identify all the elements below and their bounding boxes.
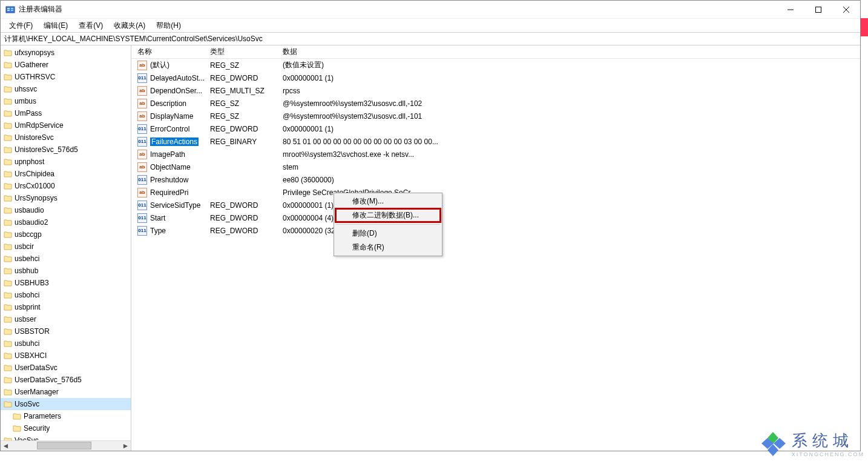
list-row[interactable]: 011DelayedAutoSt...REG_DWORD0x00000001 (… [131,71,860,84]
value-data: 80 51 01 00 00 00 00 00 00 00 00 00 03 0… [277,138,860,146]
folder-icon [4,146,12,153]
tree-item-parameters[interactable]: Parameters [1,410,131,422]
tree-item-usbcir[interactable]: usbcir [1,240,131,253]
value-string-icon: ab [137,61,147,70]
tree-item-usbxhci[interactable]: USBXHCI [1,350,131,362]
context-menu-item[interactable]: 修改二进制数据(B)... [335,208,441,222]
tree-item-usbstor[interactable]: USBSTOR [1,325,131,337]
tree-item-label: UserManager [15,388,59,396]
list-row[interactable]: 011FailureActionsREG_BINARY80 51 01 00 0… [131,135,860,148]
tree-item-userdatasvc_576d5[interactable]: UserDataSvc_576d5 [1,374,131,386]
tree-item-label: usbehci [15,254,39,263]
list-body[interactable]: ab(默认)REG_SZ(数值未设置)011DelayedAutoSt...RE… [131,59,860,451]
maximize-button[interactable] [804,1,832,19]
titlebar: 注册表编辑器 [1,1,860,19]
tree-item-vacsvc[interactable]: VacSvc [1,434,131,440]
list-row[interactable]: abImagePathmroot%\system32\svchost.exe -… [131,148,860,161]
list-row[interactable]: abRequiredPriPrivilege SeCreateGlobalPri… [131,186,860,199]
address-input[interactable] [1,33,860,45]
tree-item-security[interactable]: Security [1,422,131,434]
tree-item-usbuhci[interactable]: usbuhci [1,337,131,350]
col-header-name[interactable]: 名称 [131,47,204,57]
col-header-data[interactable]: 数据 [277,47,860,57]
tree-h-scrollbar[interactable]: ◄ ► [1,440,131,451]
tree-item-label: usbuhci [15,339,39,348]
folder-icon [4,134,12,141]
tree-item-unistoresvc_576d5[interactable]: UnistoreSvc_576d5 [1,144,131,156]
value-binary-icon: 011 [137,124,147,134]
close-button[interactable] [832,1,860,19]
tree-item-label: UGatherer [15,61,48,69]
folder-icon [4,303,12,311]
tree-item-usbhub[interactable]: usbhub [1,265,131,277]
list-row[interactable]: 011StartREG_DWORD0x00000004 (4) [131,211,860,224]
tree-item-usbhub3[interactable]: USBHUB3 [1,277,131,289]
list-row[interactable]: 011Preshutdowee80 (3600000) [131,173,860,186]
tree-item-usbaudio2[interactable]: usbaudio2 [1,216,131,228]
menu-edit[interactable]: 编辑(E) [39,19,73,32]
list-row[interactable]: abObjectNamestem [131,161,860,173]
list-row[interactable]: 011ErrorControlREG_DWORD0x00000001 (1) [131,122,860,135]
tree-item-upnphost[interactable]: upnphost [1,156,131,168]
scroll-left-icon[interactable]: ◄ [1,441,11,451]
value-type: REG_DWORD [204,214,277,222]
tree-item-label: UmRdpService [15,121,64,130]
tree-item-usbehci[interactable]: usbehci [1,253,131,265]
tree-item-usermanager[interactable]: UserManager [1,386,131,398]
scroll-right-icon[interactable]: ► [120,441,131,451]
value-name: Start [150,214,165,222]
list-row[interactable]: abDisplayNameREG_SZ@%systemroot%\system3… [131,110,860,122]
tree-item-ufxsynopsys[interactable]: ufxsynopsys [1,47,131,59]
folder-icon [4,364,12,371]
tree-item-label: UrsChipidea [15,170,54,178]
tree-item-uhssvc[interactable]: uhssvc [1,83,131,95]
svg-rect-2 [7,10,10,11]
tree-item-label: Parameters [24,412,61,420]
tree-item-usosvc[interactable]: UsoSvc [1,398,131,410]
list-row[interactable]: 011ServiceSidTypeREG_DWORD0x00000001 (1) [131,199,860,211]
folder-icon [4,400,12,408]
value-name: Description [150,99,186,108]
tree-item-label: USBHUB3 [15,279,49,287]
value-data: @%systemroot%\system32\usosvc.dll,-101 [277,112,860,121]
menu-favorites[interactable]: 收藏夹(A) [109,19,150,32]
tree-item-usbprint[interactable]: usbprint [1,301,131,313]
menu-view[interactable]: 查看(V) [74,19,108,32]
tree-item-usbaudio[interactable]: usbaudio [1,204,131,216]
tree-item-umbus[interactable]: umbus [1,95,131,107]
context-menu-item[interactable]: 重命名(R) [335,240,441,254]
list-row[interactable]: ab(默认)REG_SZ(数值未设置) [131,59,860,71]
menu-file[interactable]: 文件(F) [4,19,38,32]
tree-item-urssynopsys[interactable]: UrsSynopsys [1,192,131,204]
context-menu-item[interactable]: 修改(M)... [335,194,441,208]
content-area: ufxsynopsysUGathererUGTHRSVCuhssvcumbusU… [1,45,860,451]
menu-help[interactable]: 帮助(H) [151,19,186,32]
folder-icon [4,328,12,335]
list-row[interactable]: abDependOnSer...REG_MULTI_SZrpcss [131,84,860,97]
context-menu-item[interactable]: 删除(D) [335,227,441,240]
value-name: (默认) [150,60,169,70]
value-name: FailureActions [150,138,199,146]
address-bar [1,32,860,45]
svg-rect-4 [11,10,13,11]
app-icon [5,5,15,15]
tree-item-urschipidea[interactable]: UrsChipidea [1,168,131,180]
tree-body[interactable]: ufxsynopsysUGathererUGTHRSVCuhssvcumbusU… [1,45,131,440]
scroll-thumb[interactable] [37,442,91,449]
tree-item-umpass[interactable]: UmPass [1,107,131,119]
tree-item-umrdpservice[interactable]: UmRdpService [1,119,131,131]
value-name: DependOnSer... [150,87,202,95]
tree-item-ugthrsvc[interactable]: UGTHRSVC [1,71,131,83]
tree-item-usbohci[interactable]: usbohci [1,289,131,301]
value-name: RequiredPri [150,188,188,197]
list-row[interactable]: 011TypeREG_DWORD0x00000020 (32) [131,224,860,237]
col-header-type[interactable]: 类型 [204,47,277,57]
minimize-button[interactable] [777,1,804,19]
tree-item-ugatherer[interactable]: UGatherer [1,59,131,71]
list-row[interactable]: abDescriptionREG_SZ@%systemroot%\system3… [131,97,860,110]
tree-item-usbccgp[interactable]: usbccgp [1,228,131,240]
tree-item-usbser[interactable]: usbser [1,313,131,325]
tree-item-unistoresvc[interactable]: UnistoreSvc [1,131,131,144]
tree-item-userdatasvc[interactable]: UserDataSvc [1,362,131,374]
tree-item-urscx01000[interactable]: UrsCx01000 [1,180,131,192]
